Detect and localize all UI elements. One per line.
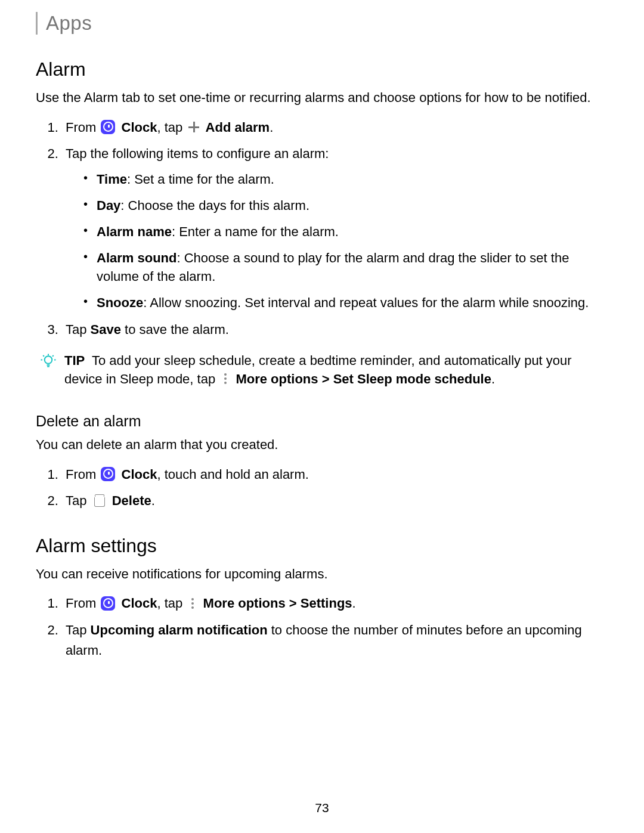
lightbulb-icon: [39, 352, 57, 370]
alarm-intro: Use the Alarm tab to set one-time or rec…: [36, 89, 608, 107]
settings-steps: From Clock, tap More options > Settings.…: [36, 593, 608, 660]
clock-icon: [101, 596, 115, 611]
delete-step-1: From Clock, touch and hold an alarm.: [62, 465, 608, 485]
breadcrumb-text: Apps: [46, 12, 92, 34]
clock-icon: [101, 120, 115, 134]
settings-step-2: Tap Upcoming alarm notification to choos…: [62, 620, 608, 661]
svg-point-0: [45, 357, 52, 364]
alarm-step-2: Tap the following items to configure an …: [62, 144, 608, 312]
settings-intro: You can receive notifications for upcomi…: [36, 565, 608, 583]
alarm-steps: From Clock, tap Add alarm. Tap the follo…: [36, 117, 608, 340]
delete-step-2: Tap Delete.: [62, 491, 608, 511]
delete-heading: Delete an alarm: [36, 413, 608, 430]
settings-heading: Alarm settings: [36, 535, 608, 557]
delete-intro: You can delete an alarm that you created…: [36, 436, 608, 454]
trash-icon: [93, 493, 106, 507]
config-day: Day: Choose the days for this alarm.: [83, 196, 608, 215]
tip-text: TIP To add your sleep schedule, create a…: [64, 352, 608, 389]
tip-callout: TIP To add your sleep schedule, create a…: [36, 352, 608, 389]
alarm-heading: Alarm: [36, 58, 608, 80]
breadcrumb: Apps: [36, 12, 608, 35]
config-name: Alarm name: Enter a name for the alarm.: [83, 222, 608, 241]
config-snooze: Snooze: Allow snoozing. Set interval and…: [83, 293, 608, 312]
more-options-icon: [220, 372, 231, 385]
config-sound: Alarm sound: Choose a sound to play for …: [83, 249, 608, 287]
clock-icon: [101, 467, 115, 481]
alarm-step-3: Tap Save to save the alarm.: [62, 320, 608, 340]
more-options-icon: [187, 597, 198, 610]
alarm-config-list: Time: Set a time for the alarm. Day: Cho…: [66, 170, 608, 312]
alarm-step-1: From Clock, tap Add alarm.: [62, 117, 608, 138]
config-time: Time: Set a time for the alarm.: [83, 170, 608, 189]
settings-step-1: From Clock, tap More options > Settings.: [62, 593, 608, 614]
delete-steps: From Clock, touch and hold an alarm. Tap…: [36, 465, 608, 511]
page-number: 73: [0, 801, 644, 815]
plus-icon: [187, 120, 200, 134]
